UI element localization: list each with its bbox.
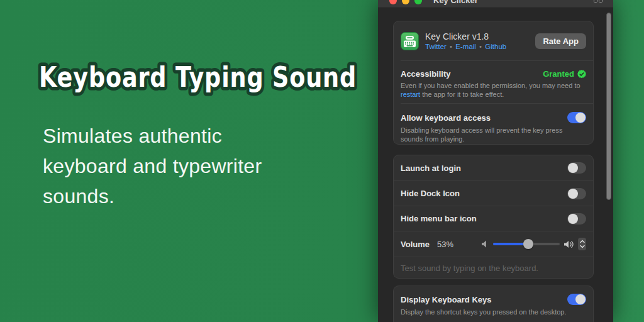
volume-slider-thumb[interactable] [523,239,533,249]
minimize-button[interactable] [402,0,409,4]
display-keys-block: Display Keyboard Keys Display the shortc… [394,286,593,317]
window-titlebar[interactable]: Key Clicker [378,0,613,8]
link-separator: • [478,43,483,50]
stepper-down-icon [580,245,585,248]
app-links: Twitter • E-mail • Github [425,43,529,50]
volume-stepper[interactable] [578,238,586,250]
card-app-permissions: Key Clicker v1.8 Twitter • E-mail • Gith… [393,21,594,145]
granted-check-icon [577,70,586,79]
stepper-up-icon [580,240,585,243]
hero-title: Keyboard Typing Sound [39,61,357,93]
launch-at-login-toggle[interactable] [567,162,586,174]
hide-menu-bar-icon-row: Hide menu bar icon [394,206,593,231]
github-link[interactable]: Github [485,43,506,50]
app-info-row: Key Clicker v1.8 Twitter • E-mail • Gith… [394,21,593,60]
accessibility-block: Accessibility Granted Even if you have e… [394,61,593,103]
rate-app-button[interactable]: Rate App [535,33,586,49]
close-button[interactable] [389,0,397,4]
display-keys-label: Display Keyboard Keys [401,295,492,304]
email-link[interactable]: E-mail [455,43,476,50]
granted-text: Granted [543,69,574,79]
hero-subtitle-line: sounds. [43,181,262,211]
card-display-keys: Display Keyboard Keys Display the shortc… [393,286,594,322]
test-sound-hint: Test sound by typing on the keyboard. [401,264,538,273]
display-keys-desc: Display the shortcut keys you pressed on… [401,308,586,317]
allow-keyboard-label: Allow keyboard access [401,113,491,123]
hero-subtitle: Simulates authentic keyboard and typewri… [43,121,262,211]
link-separator: • [448,43,453,50]
hide-menu-bar-icon-toggle[interactable] [567,213,586,225]
promo-banner: Keyboard Typing Sound Simulates authenti… [0,0,644,322]
volume-row: Volume 53% [394,231,593,257]
launch-at-login-label: Launch at login [401,164,461,173]
allow-keyboard-toggle[interactable] [567,112,586,123]
volume-up-icon [564,240,574,248]
test-sound-row[interactable]: Test sound by typing on the keyboard. [394,257,593,279]
hide-dock-icon-toggle[interactable] [567,188,586,199]
accessibility-desc-text: Even if you have enabled the permission,… [401,82,580,89]
allow-keyboard-desc: Disabling keyboard access will prevent t… [401,126,586,143]
restart-link[interactable]: restart [401,91,420,98]
hero-subtitle-line: Simulates authentic [43,121,262,151]
accessibility-desc: Even if you have enabled the permission,… [401,82,586,99]
traffic-lights [389,0,422,4]
display-keys-toggle[interactable] [567,294,586,305]
launch-at-login-row: Launch at login [394,155,593,180]
allow-keyboard-block: Allow keyboard access Disabling keyboard… [394,104,593,143]
volume-slider[interactable] [493,243,560,245]
accessibility-status: Granted [543,69,586,79]
hide-dock-icon-row: Hide Dock Icon [394,180,593,206]
hero-title-graphic: Keyboard Typing Sound [33,55,372,99]
hero-section: Keyboard Typing Sound Simulates authenti… [0,0,377,322]
card-settings: Launch at login Hide Dock Icon Hide menu… [393,155,594,279]
tabs-icon[interactable] [594,0,602,3]
zoom-button[interactable] [414,0,422,4]
app-icon [401,32,419,50]
app-texts: Key Clicker v1.8 Twitter • E-mail • Gith… [425,31,529,50]
volume-value: 53% [437,240,453,249]
accessibility-label: Accessibility [401,69,451,79]
hero-subtitle-line: keyboard and typewriter [43,151,262,181]
app-window: Key Clicker [378,0,613,322]
app-name: Key Clicker v1.8 [425,31,529,42]
hide-dock-icon-label: Hide Dock Icon [401,189,460,198]
volume-down-icon [482,240,489,248]
scrollbar-thumb[interactable] [606,13,611,200]
accessibility-desc-text: the app for it to take effect. [420,91,504,98]
volume-label: Volume [401,240,430,249]
window-title: Key Clicker [433,0,478,5]
hide-menu-bar-icon-label: Hide menu bar icon [401,214,477,223]
twitter-link[interactable]: Twitter [425,43,447,50]
